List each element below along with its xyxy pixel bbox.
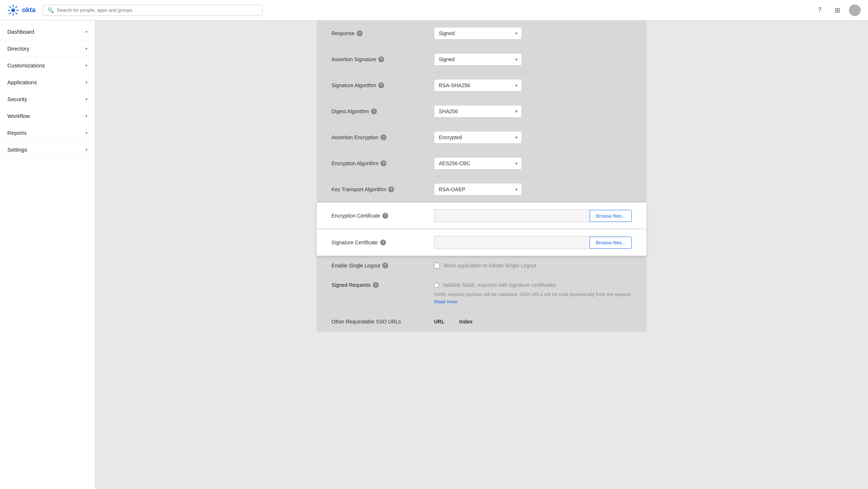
encryption-certificate-file-input[interactable] — [434, 209, 590, 222]
svg-line-6 — [16, 12, 17, 14]
assertion-signature-label: Assertion Signature ? — [331, 56, 434, 62]
enable-single-logout-label-text: Enable Single Logout — [331, 263, 380, 268]
response-label-text: Response — [331, 30, 355, 36]
assertion-encryption-select-wrapper: Encrypted Unencrypted — [434, 131, 522, 144]
sidebar-item-dashboard[interactable]: Dashboard ▾ — [0, 23, 95, 40]
logo: okta — [7, 4, 36, 16]
encryption-certificate-help-icon[interactable]: ? — [382, 213, 388, 219]
assertion-encryption-select[interactable]: Encrypted Unencrypted — [434, 131, 522, 144]
sidebar-item-reports[interactable]: Reports ▾ — [0, 125, 95, 141]
encryption-certificate-label: Encryption Certificate ? — [331, 213, 434, 219]
key-transport-algorithm-row: Key Transport Algorithm ? RSA-OAEP RSA-v… — [317, 177, 646, 203]
response-label: Response ? — [331, 30, 434, 36]
assertion-encryption-help-icon[interactable]: ? — [381, 134, 386, 140]
sidebar-item-label-customizations: Customizations — [7, 62, 45, 68]
enable-single-logout-control: Allow application to initiate Single Log… — [434, 263, 632, 268]
response-control: Signed Unsigned — [434, 27, 632, 40]
key-transport-algorithm-help-icon[interactable]: ? — [388, 186, 394, 192]
enable-single-logout-checkbox[interactable] — [434, 263, 440, 268]
search-input[interactable] — [57, 7, 258, 13]
chevron-down-icon-customizations: ▾ — [85, 63, 88, 68]
assertion-encryption-label-text: Assertion Encryption — [331, 134, 378, 140]
signed-requests-checkbox-text: Validate SAML requests with signature ce… — [442, 282, 557, 288]
signed-requests-read-more-link[interactable]: Read more — [434, 299, 457, 304]
other-sso-urls-label: Other Requestable SSO URLs — [331, 319, 434, 325]
key-transport-algorithm-control: RSA-OAEP RSA-v1.5 — [434, 183, 632, 196]
key-transport-algorithm-select[interactable]: RSA-OAEP RSA-v1.5 — [434, 183, 522, 196]
signed-requests-help-icon[interactable]: ? — [373, 282, 379, 288]
header: okta 🔍 ? ⊞ — [0, 0, 868, 21]
sidebar-item-settings[interactable]: Settings ▾ — [0, 141, 95, 158]
response-row: Response ? Signed Unsigned — [317, 21, 646, 47]
signature-certificate-control: Browse files... — [434, 236, 632, 249]
enable-single-logout-checkbox-text: Allow application to initiate Single Log… — [444, 263, 537, 268]
response-select-wrapper: Signed Unsigned — [434, 27, 522, 40]
user-avatar[interactable] — [849, 4, 861, 16]
key-transport-algorithm-label: Key Transport Algorithm ? — [331, 186, 434, 192]
digest-algorithm-help-icon[interactable]: ? — [371, 108, 377, 114]
search-bar[interactable]: 🔍 — [43, 5, 263, 16]
chevron-down-icon-settings: ▾ — [85, 147, 88, 152]
encryption-certificate-label-text: Encryption Certificate — [331, 213, 380, 219]
signed-requests-label-text: Signed Requests — [331, 282, 371, 288]
digest-algorithm-select[interactable]: SHA256 SHA1 — [434, 105, 522, 118]
signature-certificate-file-input[interactable] — [434, 236, 590, 249]
signature-certificate-label: Signature Certificate ? — [331, 240, 434, 245]
chevron-down-icon-applications: ▾ — [85, 80, 88, 85]
header-icons: ? ⊞ — [814, 4, 861, 16]
layout: Dashboard ▾ Directory ▾ Customizations ▾… — [0, 21, 868, 489]
enable-single-logout-help-icon[interactable]: ? — [382, 263, 388, 268]
encryption-algorithm-help-icon[interactable]: ? — [381, 160, 386, 166]
help-icon[interactable]: ? — [814, 4, 826, 16]
response-select[interactable]: Signed Unsigned — [434, 27, 522, 40]
assertion-signature-select-wrapper: Signed Unsigned — [434, 53, 522, 66]
key-transport-algorithm-label-text: Key Transport Algorithm — [331, 186, 386, 192]
sidebar: Dashboard ▾ Directory ▾ Customizations ▾… — [0, 21, 95, 489]
sidebar-item-label-settings: Settings — [7, 147, 27, 153]
signature-certificate-help-icon[interactable]: ? — [380, 240, 386, 245]
encryption-algorithm-label: Encryption Algorithm ? — [331, 160, 434, 166]
assertion-signature-control: Signed Unsigned — [434, 53, 632, 66]
other-sso-urls-col-url: URL — [434, 319, 445, 325]
assertion-signature-select[interactable]: Signed Unsigned — [434, 53, 522, 66]
main-content: Response ? Signed Unsigned Assertion Sig… — [95, 21, 868, 489]
chevron-down-icon-reports: ▾ — [85, 130, 88, 136]
svg-line-7 — [16, 6, 17, 8]
chevron-down-icon-security: ▾ — [85, 97, 88, 102]
digest-algorithm-label: Digest Algorithm ? — [331, 108, 434, 114]
okta-logo-icon — [7, 4, 19, 16]
response-help-icon[interactable]: ? — [357, 30, 363, 36]
signed-requests-desc-text: SAML request payload will be validated. … — [434, 292, 632, 297]
signature-algorithm-select[interactable]: RSA-SHA256 RSA-SHA1 — [434, 79, 522, 92]
chevron-down-icon-dashboard: ▾ — [85, 29, 88, 34]
signature-algorithm-row: Signature Algorithm ? RSA-SHA256 RSA-SHA… — [317, 73, 646, 99]
sidebar-item-workflow[interactable]: Workflow ▾ — [0, 108, 95, 125]
sidebar-item-applications[interactable]: Applications ▾ — [0, 74, 95, 91]
assertion-encryption-row: Assertion Encryption ? Encrypted Unencry… — [317, 125, 646, 151]
sidebar-item-directory[interactable]: Directory ▾ — [0, 40, 95, 57]
sidebar-item-label-workflow: Workflow — [7, 113, 30, 119]
other-sso-urls-header: Other Requestable SSO URLs URL Index — [331, 319, 632, 325]
encryption-certificate-browse-button[interactable]: Browse files... — [590, 210, 632, 222]
signature-algorithm-select-wrapper: RSA-SHA256 RSA-SHA1 — [434, 79, 522, 92]
signature-certificate-row: Signature Certificate ? Browse files... — [317, 229, 646, 256]
key-transport-algorithm-select-wrapper: RSA-OAEP RSA-v1.5 — [434, 183, 522, 196]
sidebar-item-label-dashboard: Dashboard — [7, 29, 34, 35]
encryption-algorithm-select-wrapper: AES256-CBC AES128-CBC AES256-GCM — [434, 157, 522, 170]
signature-certificate-browse-button[interactable]: Browse files... — [590, 237, 632, 249]
encryption-algorithm-label-text: Encryption Algorithm — [331, 160, 378, 166]
signature-algorithm-help-icon[interactable]: ? — [378, 82, 384, 88]
grid-icon[interactable]: ⊞ — [831, 4, 843, 16]
sidebar-item-security[interactable]: Security ▾ — [0, 91, 95, 108]
digest-algorithm-control: SHA256 SHA1 — [434, 105, 632, 118]
signed-requests-checkbox[interactable] — [434, 283, 439, 288]
encryption-algorithm-select[interactable]: AES256-CBC AES128-CBC AES256-GCM — [434, 157, 522, 170]
assertion-encryption-control: Encrypted Unencrypted — [434, 131, 632, 144]
signature-certificate-label-text: Signature Certificate — [331, 240, 378, 245]
assertion-signature-help-icon[interactable]: ? — [378, 56, 384, 62]
signed-requests-control: Validate SAML requests with signature ce… — [434, 282, 557, 288]
encryption-algorithm-control: AES256-CBC AES128-CBC AES256-GCM — [434, 157, 632, 170]
sidebar-item-customizations[interactable]: Customizations ▾ — [0, 57, 95, 74]
chevron-down-icon-workflow: ▾ — [85, 114, 88, 119]
encryption-certificate-file-row: Browse files... — [434, 209, 632, 222]
